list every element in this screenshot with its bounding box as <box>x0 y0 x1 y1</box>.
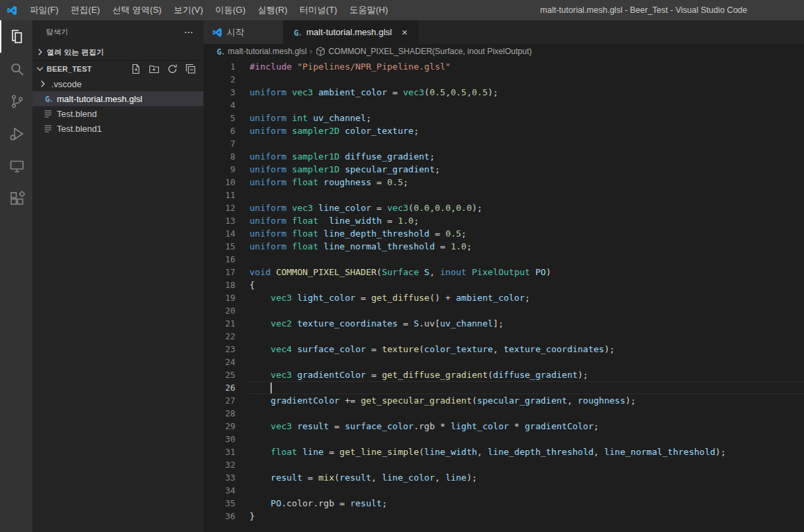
line-content[interactable]: uniform vec3 line_color = vec3(0.0,0.0,0… <box>250 201 804 214</box>
activity-search[interactable] <box>0 53 32 85</box>
line-content[interactable]: PO.color.rgb = result; <box>250 497 804 510</box>
line-number[interactable]: 10 <box>204 176 235 189</box>
line-number[interactable]: 32 <box>204 458 235 471</box>
line-content[interactable]: vec3 gradientColor = get_diffuse_gradien… <box>250 368 804 381</box>
open-editors-section-header[interactable]: 열려 있는 편집기 <box>32 44 204 60</box>
line-content[interactable]: gradientColor += get_specular_gradient(s… <box>250 394 804 407</box>
line-number[interactable]: 24 <box>204 356 235 368</box>
collapse-all-icon[interactable] <box>185 64 196 74</box>
line-number[interactable]: 13 <box>204 214 235 227</box>
line-content[interactable] <box>250 137 804 150</box>
line-number[interactable]: 26 <box>204 381 235 394</box>
breadcrumb-item-0[interactable]: Gmalt-tutorial.mesh.glsl <box>214 46 307 57</box>
line-number[interactable]: 4 <box>204 99 235 112</box>
line-number[interactable]: 25 <box>204 368 235 381</box>
line-number[interactable]: 8 <box>204 150 235 163</box>
line-content[interactable]: uniform sampler1D specular_gradient; <box>250 163 804 176</box>
line-number[interactable]: 11 <box>204 189 235 201</box>
line-number[interactable]: 18 <box>204 279 235 291</box>
line-content[interactable] <box>250 381 804 394</box>
line-number[interactable]: 21 <box>204 317 235 330</box>
menu-item-0[interactable]: 파일(F) <box>24 0 65 20</box>
refresh-icon[interactable] <box>167 64 178 74</box>
line-number[interactable]: 36 <box>204 510 235 523</box>
new-file-icon[interactable] <box>131 64 141 74</box>
activity-run-and-debug[interactable] <box>0 118 32 150</box>
line-content[interactable] <box>250 433 804 445</box>
activity-extensions[interactable] <box>0 183 32 215</box>
activity-explorer[interactable] <box>0 20 32 53</box>
tree-item-malt-tutorial-mesh-glsl[interactable]: Gmalt-tutorial.mesh.glsl <box>32 91 204 106</box>
breadcrumb-item-1[interactable]: COMMON_PIXEL_SHADER(Surface, inout Pixel… <box>315 46 532 57</box>
line-number[interactable]: 17 <box>204 266 235 279</box>
line-number[interactable]: 35 <box>204 497 235 510</box>
line-content[interactable] <box>250 407 804 420</box>
line-number[interactable]: 28 <box>204 407 235 420</box>
tab-malt-tutorial-mesh-glsl[interactable]: Gmalt-tutorial.mesh.glsl× <box>283 20 419 44</box>
activity-remote-explorer[interactable] <box>0 150 32 183</box>
line-content[interactable] <box>250 189 804 201</box>
more-actions-icon[interactable] <box>183 27 194 38</box>
workspace-section-header[interactable]: BEER_TEST <box>32 60 204 76</box>
line-number[interactable]: 12 <box>204 201 235 214</box>
line-content[interactable]: uniform float line_depth_threshold = 0.5… <box>250 227 804 240</box>
line-number[interactable]: 33 <box>204 471 235 484</box>
line-number[interactable]: 1 <box>204 60 235 73</box>
line-number[interactable]: 5 <box>204 112 235 124</box>
line-number[interactable]: 34 <box>204 484 235 497</box>
line-content[interactable] <box>250 484 804 497</box>
new-folder-icon[interactable] <box>149 64 160 74</box>
line-content[interactable]: uniform sampler1D diffuse_gradient; <box>250 150 804 163</box>
line-number[interactable]: 2 <box>204 73 235 86</box>
line-content[interactable] <box>250 330 804 343</box>
line-content[interactable]: vec2 texture_coordinates = S.uv[uv_chann… <box>250 317 804 330</box>
line-content[interactable]: #include "Pipelines/NPR_Pipeline.glsl" <box>250 60 804 73</box>
line-number[interactable]: 22 <box>204 330 235 343</box>
menu-item-7[interactable]: 도움말(H) <box>344 0 394 20</box>
line-number[interactable]: 6 <box>204 124 235 137</box>
line-content[interactable] <box>250 458 804 471</box>
line-content[interactable]: result = mix(result, line_color, line); <box>250 471 804 484</box>
tree-item-vscode-folder[interactable]: .vscode <box>32 76 204 91</box>
line-content[interactable]: uniform float roughness = 0.5; <box>250 176 804 189</box>
line-content[interactable] <box>250 73 804 86</box>
line-number[interactable]: 14 <box>204 227 235 240</box>
line-number[interactable]: 23 <box>204 343 235 356</box>
tree-item-test-blend[interactable]: Test.blend <box>32 106 204 121</box>
line-content[interactable]: uniform float line_width = 1.0; <box>250 214 804 227</box>
line-content[interactable]: float line = get_line_simple(line_width,… <box>250 445 804 458</box>
line-content[interactable]: uniform vec3 ambient_color = vec3(0.5,0.… <box>250 86 804 99</box>
line-number[interactable]: 3 <box>204 86 235 99</box>
line-content[interactable]: uniform sampler2D color_texture; <box>250 124 804 137</box>
line-content[interactable] <box>250 99 804 112</box>
line-number[interactable]: 15 <box>204 240 235 253</box>
line-content[interactable]: vec4 surface_color = texture(color_textu… <box>250 343 804 356</box>
line-content[interactable]: { <box>250 279 804 291</box>
line-content[interactable]: vec3 result = surface_color.rgb * light_… <box>250 420 804 433</box>
line-number[interactable]: 29 <box>204 420 235 433</box>
line-content[interactable]: vec3 light_color = get_diffuse() + ambie… <box>250 291 804 304</box>
menu-item-5[interactable]: 실행(R) <box>252 0 293 20</box>
line-number[interactable]: 19 <box>204 291 235 304</box>
line-number[interactable]: 7 <box>204 137 235 150</box>
line-number[interactable]: 30 <box>204 433 235 445</box>
line-content[interactable]: } <box>250 510 804 523</box>
activity-source-control[interactable] <box>0 85 32 118</box>
tab-welcome[interactable]: 시작 <box>204 20 283 44</box>
line-content[interactable]: uniform int uv_channel; <box>250 112 804 124</box>
menu-item-2[interactable]: 선택 영역(S) <box>106 0 168 20</box>
line-content[interactable]: void COMMON_PIXEL_SHADER(Surface S, inou… <box>250 266 804 279</box>
line-content[interactable]: uniform float line_normal_threshold = 1.… <box>250 240 804 253</box>
tree-item-test-blend1[interactable]: Test.blend1 <box>32 121 204 136</box>
menu-item-4[interactable]: 이동(G) <box>209 0 252 20</box>
menu-item-6[interactable]: 터미널(T) <box>293 0 344 20</box>
close-icon[interactable]: × <box>398 26 410 39</box>
line-number[interactable]: 27 <box>204 394 235 407</box>
line-content[interactable] <box>250 304 804 317</box>
line-number[interactable]: 20 <box>204 304 235 317</box>
line-number[interactable]: 9 <box>204 163 235 176</box>
menu-item-1[interactable]: 편집(E) <box>65 0 106 20</box>
menu-item-3[interactable]: 보기(V) <box>168 0 209 20</box>
line-content[interactable] <box>250 356 804 368</box>
line-number[interactable]: 31 <box>204 445 235 458</box>
